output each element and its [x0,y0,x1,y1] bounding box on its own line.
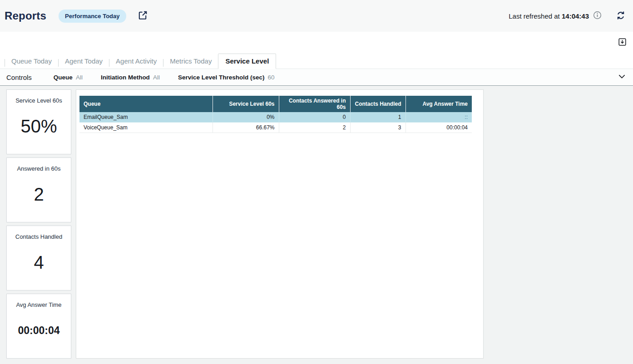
filter-initiation-method-label: Initiation Method [101,74,150,81]
filter-service-level-threshold[interactable]: Service Level Threshold (sec)60 [178,74,275,81]
controls-collapse-button[interactable] [617,72,627,83]
cell-avg-answer-time[interactable]: :: [406,112,472,123]
kpi-column: Service Level 60s 50% Answered in 60s 2 … [6,89,71,359]
report-name-badge: Performance Today [59,10,126,23]
column-header-contacts-answered-in-60s[interactable]: Contacts Answered in 60s [279,96,350,112]
cell-contacts-answered[interactable]: 0 [279,112,350,123]
page-title: Reports [5,10,46,22]
download-icon [618,41,627,48]
tab-service-level[interactable]: Service Level [218,54,276,69]
last-refreshed-text: Last refreshed at 14:04:43 [509,12,589,20]
refresh-button[interactable] [616,10,626,22]
cell-service-level[interactable]: 66.67% [213,123,279,133]
filter-queue[interactable]: QueueAll [54,74,83,81]
app-header: Reports Performance Today Last refreshed… [0,0,633,32]
last-refreshed-label: Last refreshed at [509,12,560,20]
info-icon [593,11,602,21]
table-header-row: Queue Service Level 60s Contacts Answere… [79,96,472,112]
external-link-icon [138,10,148,22]
filter-service-level-threshold-value: 60 [267,74,274,81]
tab-agent-activity[interactable]: Agent Activity [109,54,163,69]
filter-initiation-method[interactable]: Initiation MethodAll [101,74,160,81]
filter-queue-label: Queue [54,74,73,81]
tab-agent-today[interactable]: Agent Today [59,54,109,69]
kpi-card-answered-in-60s: Answered in 60s 2 [6,157,71,222]
kpi-card-service-level: Service Level 60s 50% [6,89,71,154]
column-header-avg-answer-time[interactable]: Avg Answer Time [406,96,472,112]
tab-queue-today[interactable]: Queue Today [5,54,58,69]
service-level-table-panel: Queue Service Level 60s Contacts Answere… [76,89,484,359]
cell-contacts-handled[interactable]: 3 [350,123,406,133]
cell-avg-answer-time[interactable]: 00:00:04 [406,123,472,133]
controls-bar: Controls QueueAll Initiation MethodAll S… [0,69,633,86]
filter-queue-value: All [76,74,83,81]
chevron-down-icon [617,72,627,83]
last-refreshed-time: 14:04:43 [562,12,589,20]
controls-title: Controls [6,74,32,81]
cell-service-level[interactable]: 0% [213,112,279,123]
kpi-value: 2 [34,172,44,222]
kpi-title: Contacts Handled [15,233,62,240]
open-in-new-window-button[interactable] [138,10,148,22]
kpi-card-avg-answer-time: Avg Answer Time 00:00:04 [6,294,71,359]
kpi-value: 4 [34,240,44,290]
kpi-value: 00:00:04 [18,308,59,358]
report-tab-bar: Queue Today Agent Today Agent Activity M… [0,55,633,69]
table-row[interactable]: EmailQueue_Sam 0% 0 1 :: [79,112,472,123]
report-toolbar-band: Queue Today Agent Today Agent Activity M… [0,32,633,69]
kpi-title: Service Level 60s [15,97,62,104]
kpi-title: Avg Answer Time [16,301,61,308]
filter-initiation-method-value: All [153,74,160,81]
table-row[interactable]: VoiceQueue_Sam 66.67% 2 3 00:00:04 [79,123,472,133]
download-button[interactable] [618,38,627,48]
service-level-table: Queue Service Level 60s Contacts Answere… [79,96,472,133]
kpi-value: 50% [20,104,57,154]
cell-queue[interactable]: VoiceQueue_Sam [79,123,213,133]
kpi-title: Answered in 60s [17,165,60,172]
cell-contacts-answered[interactable]: 2 [279,123,350,133]
refresh-info-button[interactable] [593,11,602,21]
tab-metrics-today[interactable]: Metrics Today [163,54,218,69]
kpi-card-contacts-handled: Contacts Handled 4 [6,226,71,290]
cell-queue[interactable]: EmailQueue_Sam [79,112,213,123]
cell-contacts-handled[interactable]: 1 [350,112,406,123]
filter-group: QueueAll Initiation MethodAll Service Le… [54,74,275,81]
column-header-service-level-60s[interactable]: Service Level 60s [213,96,279,112]
refresh-icon [616,10,626,22]
dashboard-content: Service Level 60s 50% Answered in 60s 2 … [0,86,633,364]
filter-service-level-threshold-label: Service Level Threshold (sec) [178,74,265,81]
column-header-contacts-handled[interactable]: Contacts Handled [350,96,406,112]
refresh-status-group: Last refreshed at 14:04:43 [509,10,626,22]
column-header-queue[interactable]: Queue [79,96,213,112]
